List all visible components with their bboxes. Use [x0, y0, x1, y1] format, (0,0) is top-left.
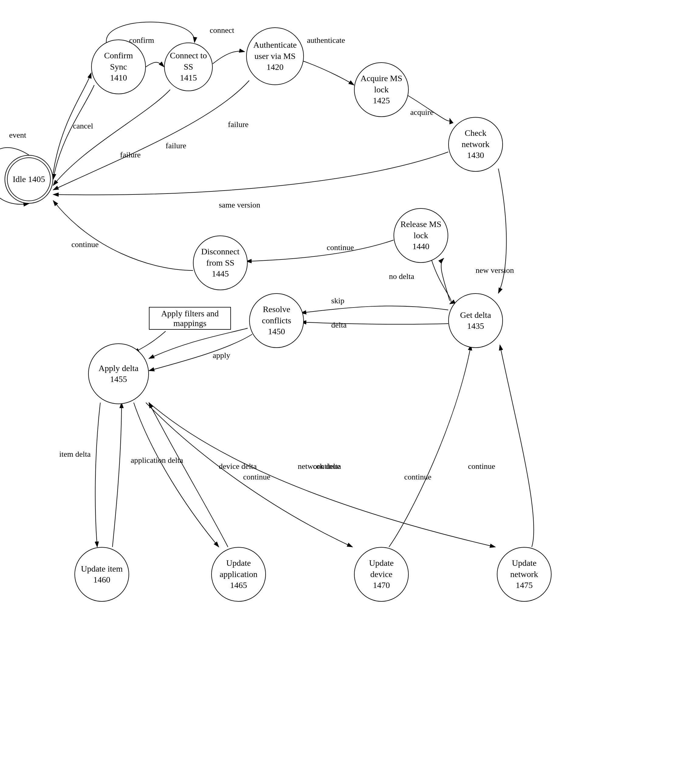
node-acquire-ms: Acquire MSlock1425	[354, 62, 409, 117]
node-apply-delta: Apply delta1455	[88, 344, 149, 404]
node-connect-ss: Connect toSS1415	[164, 43, 213, 91]
node-idle-label: Idle 1405	[13, 174, 45, 185]
edge-label-continue-item: continue	[243, 472, 271, 481]
node-update-device: Updatedevice1470	[354, 547, 409, 602]
node-release-ms: Release MSlock1440	[394, 208, 448, 263]
node-update-app: Updateapplication1465	[211, 547, 266, 602]
edge-label-acquire: acquire	[410, 108, 434, 117]
node-check-network: Checknetwork1430	[448, 117, 503, 172]
node-auth-user: Authenticateuser via MS1420	[246, 27, 304, 85]
edge-label-delta: delta	[331, 321, 347, 330]
edge-label-cancel: cancel	[73, 122, 93, 131]
node-update-network-label: Updatenetwork1475	[510, 558, 538, 591]
node-acquire-ms-label: Acquire MSlock1425	[360, 73, 402, 106]
node-connect-ss-label: Connect toSS1415	[170, 50, 207, 83]
edge-label-connect: connect	[210, 26, 234, 35]
edge-label-no-delta: no delta	[389, 272, 414, 281]
diagram-container: Idle 1405 ConfirmSync1410 Connect toSS14…	[0, 0, 681, 784]
edge-label-continue-app: continue	[313, 462, 340, 471]
node-get-delta-label: Get delta1435	[460, 310, 491, 332]
edge-label-new-version: new version	[475, 266, 514, 275]
edge-label-failure2: failure	[166, 141, 186, 150]
edge-label-continue-device: continue	[404, 472, 431, 481]
edge-label-failure3: failure	[228, 120, 249, 129]
node-update-app-label: Updateapplication1465	[220, 558, 257, 591]
node-check-network-label: Checknetwork1430	[462, 128, 489, 161]
node-update-device-label: Updatedevice1470	[369, 558, 394, 591]
edge-label-same-version: same version	[219, 201, 260, 210]
edge-label-continue1: continue	[327, 243, 354, 252]
node-confirm-sync: ConfirmSync1410	[91, 40, 146, 94]
edge-label-continue2: continue	[71, 240, 99, 249]
node-disconnect-ss-label: Disconnectfrom SS1445	[201, 246, 239, 279]
edge-label-device-delta: device delta	[219, 462, 257, 471]
node-release-ms-label: Release MSlock1440	[401, 219, 442, 252]
node-apply-filters-label: Apply filters andmappings	[161, 309, 219, 328]
edge-label-apply: apply	[213, 351, 230, 360]
node-disconnect-ss: Disconnectfrom SS1445	[193, 236, 248, 290]
edge-label-confirm: confirm	[129, 36, 154, 45]
node-auth-user-label: Authenticateuser via MS1420	[253, 40, 296, 73]
node-get-delta: Get delta1435	[448, 293, 503, 348]
edge-label-failure1: failure	[120, 150, 141, 160]
node-update-item-label: Update item1460	[81, 563, 123, 586]
node-confirm-sync-label: ConfirmSync1410	[104, 50, 133, 83]
node-apply-delta-label: Apply delta1455	[98, 363, 138, 385]
node-resolve-conflicts-label: Resolveconflicts1450	[262, 304, 291, 337]
node-resolve-conflicts: Resolveconflicts1450	[249, 293, 304, 348]
node-apply-filters: Apply filters andmappings	[149, 307, 231, 330]
edge-label-skip: skip	[331, 296, 344, 306]
edge-label-app-delta: application delta	[131, 456, 183, 465]
node-update-item: Update item1460	[74, 547, 129, 602]
node-idle: Idle 1405	[5, 155, 53, 204]
edge-label-authenticate: authenticate	[307, 36, 345, 45]
node-update-network: Updatenetwork1475	[497, 547, 551, 602]
edge-label-item-delta: item delta	[59, 450, 90, 459]
edge-label-continue-net: continue	[468, 462, 495, 471]
edge-label-event: event	[9, 131, 26, 140]
